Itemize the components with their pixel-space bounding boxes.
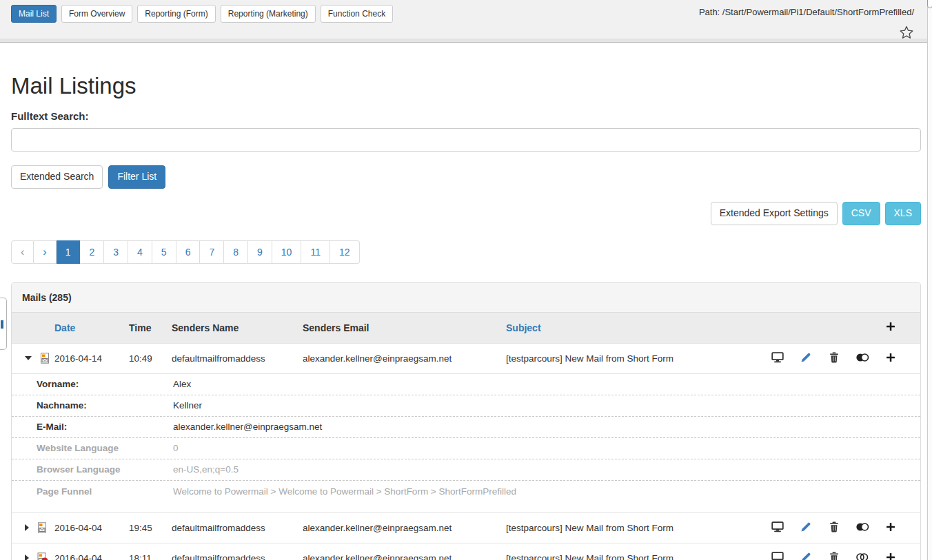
column-header-date[interactable]: Date bbox=[54, 322, 129, 333]
expand-row-caret-icon[interactable] bbox=[25, 524, 29, 531]
fulltext-search-input[interactable] bbox=[11, 128, 921, 152]
mail-record-hidden-icon bbox=[37, 552, 48, 560]
page-path: Path: /Start/Powermail/Pi1/Default/Short… bbox=[699, 7, 914, 17]
pagination-page-5[interactable]: 5 bbox=[152, 240, 176, 264]
new-mail-button[interactable] bbox=[876, 552, 904, 560]
pagination-page-2[interactable]: 2 bbox=[80, 240, 104, 264]
mail-time: 18:11 bbox=[129, 553, 172, 560]
xls-export-button[interactable]: XLS bbox=[885, 202, 921, 225]
pagination-page-3[interactable]: 3 bbox=[104, 240, 128, 264]
edit-mail-button[interactable] bbox=[791, 552, 820, 560]
detail-value: Alex bbox=[173, 379, 920, 389]
mail-sender-email: alexander.kellner@einpraegsam.net bbox=[303, 523, 506, 533]
display-icon bbox=[771, 521, 784, 535]
pagination-page-10[interactable]: 10 bbox=[272, 240, 302, 264]
mail-time: 10:49 bbox=[129, 353, 172, 364]
expand-row-caret-icon[interactable] bbox=[25, 554, 29, 560]
pagination: ‹ › 1 2 3 4 5 6 7 8 9 10 11 12 bbox=[11, 240, 360, 264]
nav-collapse-handle-icon bbox=[1, 320, 3, 329]
table-row: 2016-04-04 18:11 defaultmailfromaddess a… bbox=[12, 543, 920, 560]
detail-value: Welcome to Powermail > Welcome to Powerm… bbox=[173, 486, 920, 497]
mail-sender-email: alexander.kellner@einpraegsam.net bbox=[303, 553, 506, 560]
mail-record-icon bbox=[39, 353, 50, 364]
detail-value: Kellner bbox=[173, 400, 920, 411]
pagination-prev[interactable]: ‹ bbox=[11, 240, 34, 264]
module-tabs: Mail List Form Overview Reporting (Form)… bbox=[11, 5, 393, 23]
detail-value: en-US,en;q=0.5 bbox=[173, 464, 920, 475]
collapse-row-caret-icon[interactable] bbox=[25, 356, 32, 360]
mail-sender-email: alexander.kellner@einpraegsam.net bbox=[303, 353, 506, 364]
table-row: 2016-04-04 19:45 defaultmailfromaddess a… bbox=[12, 512, 920, 543]
column-header-senders-email: Senders Email bbox=[303, 322, 506, 333]
edit-mail-button[interactable] bbox=[791, 521, 820, 535]
delete-mail-button[interactable] bbox=[820, 352, 848, 365]
delete-mail-button[interactable] bbox=[820, 521, 848, 535]
mail-time: 19:45 bbox=[129, 523, 172, 533]
mail-date: 2016-04-04 bbox=[54, 523, 129, 533]
nav-collapse-handle[interactable] bbox=[0, 298, 7, 350]
pagination-page-9[interactable]: 9 bbox=[248, 240, 272, 264]
vertical-scrollbar[interactable] bbox=[927, 0, 932, 560]
mail-sender-name: defaultmailfromaddess bbox=[172, 353, 303, 364]
pagination-next[interactable]: › bbox=[34, 240, 56, 264]
extended-export-settings-button[interactable]: Extended Export Settings bbox=[711, 202, 838, 225]
scrollbar-thumb[interactable] bbox=[927, 0, 932, 8]
detail-label: E-Mail: bbox=[37, 422, 173, 432]
view-mail-button[interactable] bbox=[763, 352, 791, 365]
hide-mail-toggle[interactable] bbox=[848, 521, 876, 535]
main-content: Mail Listings Fulltext Search: Extended … bbox=[0, 73, 932, 560]
filter-list-button[interactable]: Filter List bbox=[108, 165, 165, 189]
pagination-page-1[interactable]: 1 bbox=[57, 240, 81, 264]
table-header-row: Date Time Senders Name Senders Email Sub… bbox=[12, 313, 920, 343]
edit-mail-button[interactable] bbox=[791, 352, 820, 365]
tab-function-check[interactable]: Function Check bbox=[321, 5, 393, 23]
mail-record-icon bbox=[37, 522, 48, 533]
tab-reporting-form[interactable]: Reporting (Form) bbox=[137, 5, 215, 23]
mails-panel: Mails (285) Date Time Senders Name Sende… bbox=[11, 282, 921, 560]
pagination-page-6[interactable]: 6 bbox=[176, 240, 201, 264]
bookmark-button[interactable] bbox=[900, 25, 913, 39]
column-header-subject[interactable]: Subject bbox=[506, 322, 755, 333]
detail-value: 0 bbox=[173, 443, 920, 453]
detail-label: Nachname: bbox=[37, 400, 173, 411]
add-mail-button[interactable] bbox=[876, 322, 904, 333]
pagination-page-12[interactable]: 12 bbox=[330, 240, 360, 264]
mail-sender-name: defaultmailfromaddess bbox=[172, 523, 303, 533]
table-row: 2016-04-14 10:49 defaultmailfromaddess a… bbox=[12, 343, 920, 373]
detail-label: Browser Language bbox=[37, 464, 173, 475]
detail-label: Website Language bbox=[37, 443, 173, 453]
detail-row-vorname: Vorname: Alex bbox=[12, 374, 920, 395]
pagination-page-4[interactable]: 4 bbox=[128, 240, 152, 264]
new-mail-button[interactable] bbox=[876, 352, 904, 365]
fulltext-search-label: Fulltext Search: bbox=[11, 110, 921, 122]
hide-toggle-icon bbox=[855, 352, 870, 365]
extended-search-button[interactable]: Extended Search bbox=[11, 165, 103, 189]
pagination-page-7[interactable]: 7 bbox=[200, 240, 224, 264]
detail-label: Page Funnel bbox=[37, 486, 173, 497]
hide-mail-toggle[interactable] bbox=[848, 352, 876, 365]
csv-export-button[interactable]: CSV bbox=[842, 202, 880, 225]
delete-mail-button[interactable] bbox=[820, 552, 848, 560]
detail-row-page-funnel: Page Funnel Welcome to Powermail > Welco… bbox=[12, 481, 920, 502]
mail-date: 2016-04-04 bbox=[54, 553, 129, 560]
mail-subject: [testparcours] New Mail from Short Form bbox=[506, 353, 755, 364]
view-mail-button[interactable] bbox=[763, 552, 791, 560]
display-icon bbox=[771, 352, 784, 365]
unhide-mail-toggle[interactable] bbox=[848, 552, 876, 560]
filter-buttons-row: Extended Search Filter List bbox=[11, 165, 921, 189]
mails-panel-title: Mails (285) bbox=[12, 283, 920, 313]
doc-header: Mail List Form Overview Reporting (Form)… bbox=[0, 0, 932, 43]
new-mail-button[interactable] bbox=[876, 521, 904, 535]
view-mail-button[interactable] bbox=[763, 521, 791, 535]
tab-mail-list[interactable]: Mail List bbox=[11, 5, 57, 23]
detail-row-browser-language: Browser Language en-US,en;q=0.5 bbox=[12, 459, 920, 481]
hide-toggle-icon bbox=[855, 521, 870, 535]
delete-icon bbox=[829, 552, 839, 560]
tab-reporting-marketing[interactable]: Reporting (Marketing) bbox=[221, 5, 316, 23]
display-icon bbox=[771, 552, 784, 560]
detail-label: Vorname: bbox=[37, 379, 173, 389]
pagination-page-11[interactable]: 11 bbox=[301, 240, 330, 264]
column-header-senders-name: Senders Name bbox=[172, 322, 303, 333]
pagination-page-8[interactable]: 8 bbox=[224, 240, 248, 264]
tab-form-overview[interactable]: Form Overview bbox=[61, 5, 132, 23]
